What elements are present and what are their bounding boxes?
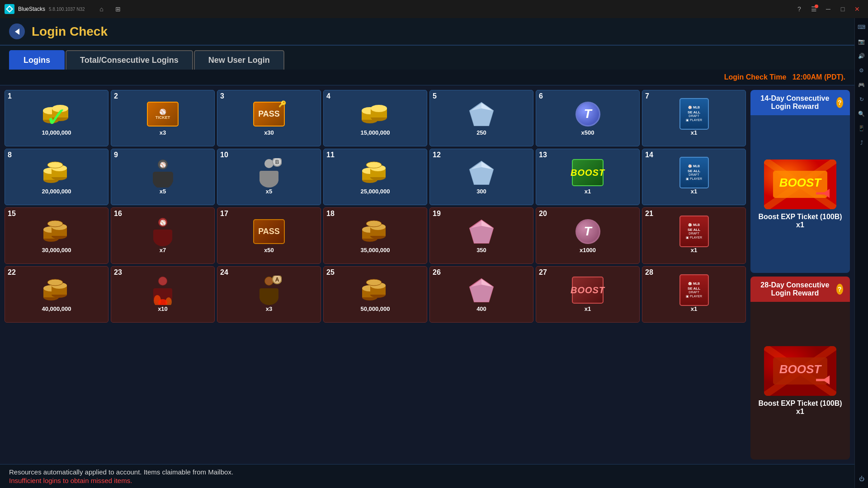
toolbar-camera-icon[interactable]: 📷 xyxy=(856,36,867,47)
svg-point-93 xyxy=(366,279,382,286)
cell-2-label: x3 xyxy=(160,129,166,136)
grid-cell-13[interactable]: 13 BOOST x1 xyxy=(536,149,640,205)
grid-cell-11[interactable]: 11 xyxy=(323,149,427,205)
grid-cell-4[interactable]: 4 xyxy=(323,90,427,146)
toolbar-phone-icon[interactable]: 📱 xyxy=(856,123,867,134)
grid-cell-20[interactable]: 20 T x1000 xyxy=(536,207,640,264)
reward-panel-28day: 28-Day Consecutive Login Reward ? xyxy=(750,277,850,460)
grid-cell-6[interactable]: 6 T x500 xyxy=(536,90,640,146)
grid-cell-17[interactable]: 17 PASS x50 xyxy=(217,207,321,264)
cell-2-icon: ⚾ TICKET xyxy=(147,100,179,127)
cell-11-icon xyxy=(359,159,391,186)
grid-cell-9[interactable]: 9 ⚾ x5 xyxy=(111,149,215,205)
grid-cell-14[interactable]: 14 ⚾ MLB SE ALL DRAFT ▣ PLAYER x1 xyxy=(642,149,746,205)
cell-8-icon xyxy=(41,159,72,186)
svg-marker-2 xyxy=(15,28,19,35)
cell-28-label: x1 xyxy=(691,305,697,312)
cell-23-icon xyxy=(147,277,179,304)
toolbar-share-icon[interactable]: ⤴ xyxy=(856,137,867,148)
app-version: 5.8.100.1037 N32 xyxy=(49,7,85,12)
grid-cell-23[interactable]: 23 xyxy=(111,266,215,323)
toolbar-rotate-icon[interactable]: ↻ xyxy=(856,94,867,105)
grid-cell-21[interactable]: 21 ⚾ MLB SE ALL DRAFT ▣ PLAYER x1 xyxy=(642,207,746,264)
game-panel: Login Check Logins Total/Consecutive Log… xyxy=(0,18,854,488)
toolbar-keyboard-icon[interactable]: ⌨ xyxy=(856,22,867,33)
cell-21-icon: ⚾ MLB SE ALL DRAFT ▣ PLAYER xyxy=(678,218,710,245)
maximize-button[interactable]: □ xyxy=(836,3,849,15)
reward-panel-14day: 14-Day Consecutive Login Reward ? xyxy=(750,90,850,273)
grid-cell-27[interactable]: 27 BOOST x1 xyxy=(536,266,640,323)
help-button[interactable]: ? xyxy=(793,3,806,15)
grid-cell-19[interactable]: 19 350 xyxy=(429,207,533,264)
cell-27-label: x1 xyxy=(585,305,591,312)
cell-24-label: x3 xyxy=(266,305,272,312)
footer-note-text: Resources automatically applied to accou… xyxy=(9,468,845,476)
cell-5-icon xyxy=(466,100,497,127)
grid-cell-28[interactable]: 28 ⚾ MLB SE ALL DRAFT ▣ PLAYER x1 xyxy=(642,266,746,323)
grid-cell-1[interactable]: 1 xyxy=(5,90,108,146)
content-area: 1 xyxy=(0,85,854,464)
grid-cell-18[interactable]: 18 xyxy=(323,207,427,264)
14day-help-icon[interactable]: ? xyxy=(836,97,843,108)
grid-cell-3[interactable]: 3 PASS 🔑 x30 xyxy=(217,90,321,146)
app-name: BlueStacks xyxy=(18,6,45,12)
cell-6-label: x500 xyxy=(581,129,594,136)
grid-cell-5[interactable]: 5 250 xyxy=(429,90,533,146)
cell-18-icon xyxy=(359,218,391,245)
home-icon[interactable]: ⌂ xyxy=(95,3,108,15)
grid-cell-12[interactable]: 12 300 xyxy=(429,149,533,205)
minimize-button[interactable]: ─ xyxy=(822,3,835,15)
svg-text:⚾: ⚾ xyxy=(159,219,166,226)
cell-20-label: x1000 xyxy=(580,247,596,253)
grid-cell-24[interactable]: 24 A xyxy=(217,266,321,323)
cell-17-label: x50 xyxy=(264,247,274,253)
back-button[interactable] xyxy=(9,23,25,39)
grid-cell-7[interactable]: 7 ⚾ MLB SE ALL DRAFT ▣ PLAYER x1 xyxy=(642,90,746,146)
grid-cell-8[interactable]: 8 xyxy=(5,149,108,205)
grid-cell-10[interactable]: 10 B x5 xyxy=(217,149,321,205)
grid-cell-22[interactable]: 22 xyxy=(5,266,108,323)
grid-row-4: 22 xyxy=(5,266,746,323)
tab-logins[interactable]: Logins xyxy=(9,50,65,70)
toolbar-settings-icon[interactable]: ⚙ xyxy=(856,65,867,76)
cell-13-icon: BOOST xyxy=(572,159,604,186)
grid-cell-15[interactable]: 15 xyxy=(5,207,108,264)
menu-button[interactable]: ☰ xyxy=(807,3,820,15)
svg-text:BOOST: BOOST xyxy=(779,176,822,189)
toolbar-zoom-icon[interactable]: 🔍 xyxy=(856,108,867,119)
28day-title: 28-Day Consecutive Login Reward xyxy=(757,281,833,297)
cell-15-icon xyxy=(41,218,72,245)
14day-reward-desc: Boost EXP Ticket (100B) x1 xyxy=(755,213,845,229)
cell-19-label: 350 xyxy=(476,247,486,253)
tab-new-user[interactable]: New User Login xyxy=(194,50,284,70)
tab-bar: Logins Total/Consecutive Logins New User… xyxy=(0,46,854,70)
tab-total-consecutive[interactable]: Total/Consecutive Logins xyxy=(66,50,193,70)
toolbar-power-icon[interactable]: ⏻ xyxy=(856,474,867,484)
toolbar-gamepad-icon[interactable]: 🎮 xyxy=(856,80,867,90)
toolbar-volume-icon[interactable]: 🔊 xyxy=(856,51,867,61)
grid-cell-26[interactable]: 26 400 xyxy=(429,266,533,323)
28day-help-icon[interactable]: ? xyxy=(836,284,843,295)
login-check-time-label: Login Check Time xyxy=(724,73,787,81)
grid-cell-25[interactable]: 25 xyxy=(323,266,427,323)
recent-icon[interactable]: ⊞ xyxy=(112,3,124,15)
bluestacks-logo xyxy=(5,4,14,14)
cell-23-label: x10 xyxy=(158,305,168,312)
cell-9-icon: ⚾ xyxy=(147,159,179,186)
grid-cell-16[interactable]: 16 ⚾ x7 xyxy=(111,207,215,264)
28day-body: BOOST Boost EXP Ticket (100B) x1 xyxy=(750,302,850,460)
grid-cell-2[interactable]: 2 ⚾ TICKET x3 xyxy=(111,90,215,146)
footer-warning-text: Insufficient logins to obtain missed ite… xyxy=(9,477,845,484)
grid-row-2: 8 xyxy=(5,149,746,205)
nav-icons: ⌂ ⊞ xyxy=(95,3,124,15)
cell-20-icon: T xyxy=(572,218,604,245)
cell-4-icon xyxy=(359,100,391,127)
cell-17-icon: PASS xyxy=(253,218,285,245)
cell-16-label: x7 xyxy=(160,247,166,253)
28day-header: 28-Day Consecutive Login Reward ? xyxy=(750,277,850,302)
cell-10-icon: B xyxy=(253,159,285,186)
cell-14-icon: ⚾ MLB SE ALL DRAFT ▣ PLAYER xyxy=(678,159,710,186)
svg-point-63 xyxy=(366,221,382,227)
close-button[interactable]: ✕ xyxy=(851,3,863,15)
cell-4-label: 15,000,000 xyxy=(360,129,390,136)
